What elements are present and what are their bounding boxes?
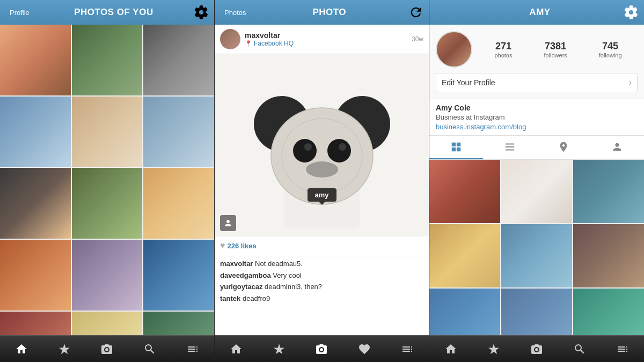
nav-feed[interactable] bbox=[182, 338, 203, 360]
grid-cell[interactable] bbox=[143, 25, 214, 95]
nav-camera[interactable] bbox=[526, 338, 547, 360]
profile-grid-cell[interactable] bbox=[573, 224, 644, 287]
profile-grid-cell[interactable] bbox=[501, 224, 572, 287]
grid-cell[interactable] bbox=[143, 97, 214, 167]
grid-cell[interactable] bbox=[72, 240, 143, 311]
post-location[interactable]: 📍 Facebook HQ bbox=[245, 40, 412, 47]
svg-point-8 bbox=[304, 143, 312, 151]
photos-of-you-grid[interactable] bbox=[0, 25, 214, 335]
profile-grid-row bbox=[429, 289, 644, 335]
photo-tag-bubble[interactable]: amy bbox=[307, 188, 336, 202]
profile-grid-cell[interactable] bbox=[573, 160, 644, 223]
home-icon bbox=[230, 343, 243, 356]
search-icon bbox=[143, 343, 156, 356]
nav-heart[interactable] bbox=[354, 338, 375, 360]
profile-grid-cell[interactable] bbox=[429, 289, 500, 335]
location-pin-icon: 📍 bbox=[245, 40, 252, 47]
nav-home[interactable] bbox=[11, 338, 32, 360]
profile-photo-grid[interactable] bbox=[429, 160, 644, 335]
profile-grid-cell[interactable] bbox=[429, 160, 500, 223]
left-gear-button[interactable] bbox=[194, 5, 209, 20]
nav-search[interactable] bbox=[569, 338, 590, 360]
edit-profile-label: Edit Your Profile bbox=[442, 78, 495, 87]
tab-tagged-view[interactable] bbox=[590, 136, 644, 159]
spark-icon bbox=[58, 343, 71, 356]
post-time: 30w bbox=[412, 35, 423, 43]
home-icon bbox=[15, 343, 28, 356]
grid-row bbox=[0, 97, 214, 167]
middle-panel: Photos PHOTO maxvoltar 📍 Facebook HQ 30w bbox=[215, 0, 429, 362]
comment-row: tantek deadfro9 bbox=[220, 293, 423, 304]
middle-back-button[interactable]: Photos bbox=[220, 6, 250, 19]
grid-cell[interactable] bbox=[0, 240, 71, 311]
grid-row bbox=[0, 240, 214, 311]
grid-cell[interactable] bbox=[72, 312, 143, 335]
grid-cell[interactable] bbox=[0, 168, 71, 239]
followers-count: 7381 bbox=[545, 41, 566, 52]
post-image[interactable]: amy bbox=[215, 54, 429, 237]
profile-link[interactable]: business.instagram.com/blog bbox=[436, 123, 638, 131]
profile-grid-cell[interactable] bbox=[429, 224, 500, 287]
stat-followers[interactable]: 7381 followers bbox=[544, 41, 567, 58]
tab-map-view[interactable] bbox=[537, 136, 590, 159]
grid-cell[interactable] bbox=[0, 25, 71, 95]
nav-feed[interactable] bbox=[612, 338, 633, 360]
stat-following[interactable]: 745 following bbox=[599, 41, 622, 58]
grid-cell[interactable] bbox=[0, 97, 71, 167]
search-icon bbox=[573, 343, 586, 356]
left-title: PHOTOS OF YOU bbox=[74, 7, 153, 18]
comment-username[interactable]: tantek bbox=[220, 294, 240, 302]
chevron-right-icon: › bbox=[629, 78, 632, 87]
heart-icon: ♥ bbox=[220, 241, 225, 250]
person-icon bbox=[223, 218, 233, 228]
grid-view-icon bbox=[450, 141, 462, 153]
refresh-icon bbox=[408, 5, 423, 20]
likes-count[interactable]: ♥ 226 likes bbox=[220, 241, 423, 250]
profile-header-area: 271 photos 7381 followers 745 following … bbox=[429, 25, 644, 99]
profile-grid-cell[interactable] bbox=[573, 289, 644, 335]
middle-refresh-button[interactable] bbox=[408, 5, 423, 20]
nav-home[interactable] bbox=[225, 338, 247, 360]
camera-icon bbox=[315, 343, 328, 356]
svg-point-6 bbox=[293, 139, 317, 162]
post-username[interactable]: maxvoltar bbox=[245, 31, 412, 40]
nav-search[interactable] bbox=[139, 338, 160, 360]
grid-cell[interactable] bbox=[143, 312, 214, 335]
right-panel: AMY 271 photos 7381 followers 745 follow… bbox=[429, 0, 644, 362]
nav-camera[interactable] bbox=[311, 338, 332, 360]
list-view-icon bbox=[504, 141, 516, 153]
grid-cell[interactable] bbox=[143, 168, 214, 239]
profile-avatar[interactable] bbox=[436, 31, 472, 68]
user-tag-icon[interactable] bbox=[220, 215, 236, 231]
grid-cell[interactable] bbox=[72, 168, 143, 239]
left-header: Profile PHOTOS OF YOU bbox=[0, 0, 214, 25]
post-avatar[interactable] bbox=[220, 29, 240, 49]
comment-username[interactable]: daveedgamboa bbox=[220, 271, 271, 279]
map-pin-icon bbox=[558, 141, 569, 153]
tab-grid-view[interactable] bbox=[429, 136, 483, 159]
nav-home[interactable] bbox=[440, 338, 462, 360]
comment-row: daveedgamboa Very cool bbox=[220, 270, 423, 281]
post-image-container: amy bbox=[215, 54, 429, 237]
profile-grid-cell[interactable] bbox=[501, 289, 572, 335]
grid-cell[interactable] bbox=[72, 25, 143, 95]
tab-list-view[interactable] bbox=[483, 136, 537, 159]
nav-explore[interactable] bbox=[483, 338, 504, 360]
right-gear-button[interactable] bbox=[624, 5, 639, 20]
grid-cell[interactable] bbox=[0, 312, 71, 335]
comment-username[interactable]: yurigoytacaz bbox=[220, 283, 262, 291]
nav-explore[interactable] bbox=[54, 338, 75, 360]
grid-cell[interactable] bbox=[143, 240, 214, 311]
nav-explore[interactable] bbox=[268, 338, 290, 360]
profile-name: Amy Cole bbox=[436, 104, 638, 112]
grid-cell[interactable] bbox=[72, 97, 143, 167]
profile-grid-cell[interactable] bbox=[501, 160, 572, 223]
comment-username[interactable]: maxvoltar bbox=[220, 260, 253, 268]
grid-row bbox=[0, 168, 214, 239]
nav-feed[interactable] bbox=[397, 338, 418, 360]
edit-profile-button[interactable]: Edit Your Profile › bbox=[436, 73, 638, 92]
comments-section[interactable]: maxvoltar Not deadmau5. daveedgamboa Ver… bbox=[215, 256, 429, 335]
left-back-button[interactable]: Profile bbox=[5, 6, 34, 19]
stat-photos[interactable]: 271 photos bbox=[494, 41, 512, 58]
nav-camera[interactable] bbox=[96, 338, 118, 360]
